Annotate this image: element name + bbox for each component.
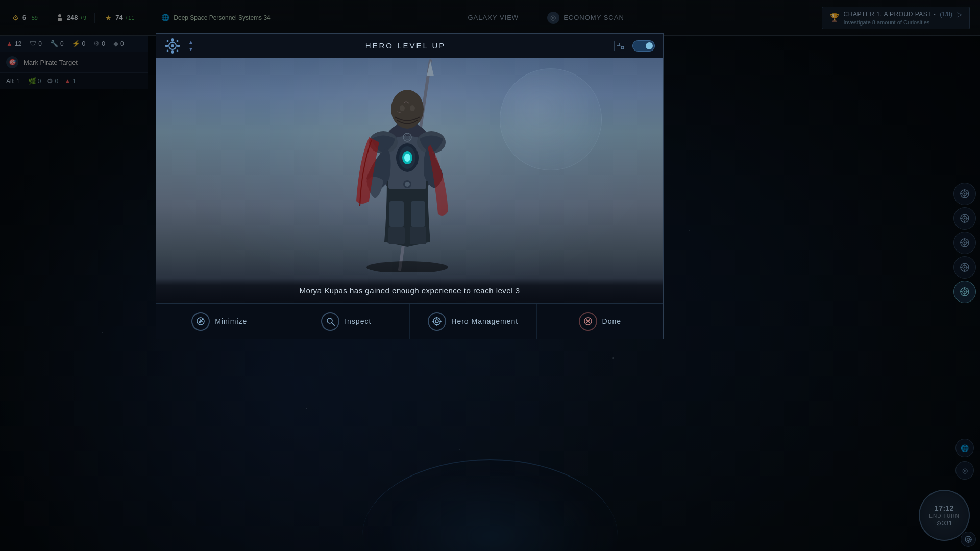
svg-point-25 (400, 105, 405, 111)
hero-management-button[interactable]: Hero Management (410, 304, 537, 339)
hero-management-label: Hero Management (451, 317, 518, 325)
svg-rect-11 (176, 49, 179, 52)
modal-title: HERO LEVEL UP (365, 41, 446, 50)
svg-point-45 (435, 320, 438, 323)
modal-header-left: ▲ ▼ (164, 38, 197, 54)
minimize-button[interactable]: Minimize (156, 304, 283, 339)
modal-header: ▲ ▼ HERO LEVEL UP (156, 34, 663, 58)
svg-rect-32 (389, 201, 404, 227)
modal-nav-down[interactable]: ▼ (185, 46, 197, 53)
modal-header-right (614, 40, 655, 52)
svg-point-26 (410, 105, 415, 111)
svg-rect-7 (177, 45, 180, 47)
done-button[interactable]: Done (537, 304, 664, 339)
svg-point-44 (433, 318, 440, 325)
svg-rect-48 (432, 321, 434, 322)
modal-expand-button[interactable] (614, 41, 626, 51)
hero-description: Morya Kupas has gained enough experience… (156, 278, 663, 303)
minimize-icon (191, 312, 210, 331)
modal-footer: Minimize Inspect (156, 303, 663, 339)
inspect-button[interactable]: Inspect (283, 304, 410, 339)
svg-rect-46 (436, 317, 437, 319)
svg-rect-12 (617, 43, 619, 45)
svg-point-36 (366, 261, 448, 272)
svg-rect-9 (176, 39, 179, 42)
svg-rect-33 (411, 201, 425, 227)
svg-line-43 (332, 323, 334, 325)
modal-nav-up[interactable]: ▲ (185, 39, 197, 45)
done-label: Done (602, 317, 621, 325)
minimize-label: Minimize (215, 317, 247, 325)
modal-toggle[interactable] (632, 40, 655, 52)
inspect-label: Inspect (345, 317, 371, 325)
svg-rect-49 (439, 321, 442, 322)
svg-rect-47 (436, 324, 437, 326)
svg-point-31 (405, 182, 410, 187)
hero-management-icon (428, 312, 446, 331)
modal-logo (164, 38, 181, 54)
svg-rect-35 (410, 227, 426, 244)
hero-character (328, 58, 492, 272)
svg-line-14 (619, 45, 621, 46)
svg-rect-6 (165, 45, 168, 47)
svg-rect-10 (166, 49, 169, 52)
modal-nav-arrows: ▲ ▼ (185, 39, 197, 53)
svg-rect-8 (166, 39, 169, 42)
svg-rect-4 (172, 38, 174, 42)
hero-desc-text: Morya Kupas has gained enough experience… (168, 286, 651, 295)
hero-image-area: Morya Kupas has gained enough experience… (156, 58, 663, 303)
done-icon (579, 312, 597, 331)
svg-point-24 (391, 90, 424, 129)
svg-rect-13 (621, 46, 624, 49)
svg-rect-5 (172, 50, 174, 54)
svg-point-21 (404, 154, 410, 162)
background-moon (500, 68, 602, 170)
modal-title-center: HERO LEVEL UP (365, 41, 446, 51)
inspect-icon (321, 312, 339, 331)
svg-point-3 (171, 44, 174, 47)
hero-level-up-modal: ▲ ▼ HERO LEVEL UP (156, 33, 664, 339)
svg-rect-34 (388, 227, 405, 244)
